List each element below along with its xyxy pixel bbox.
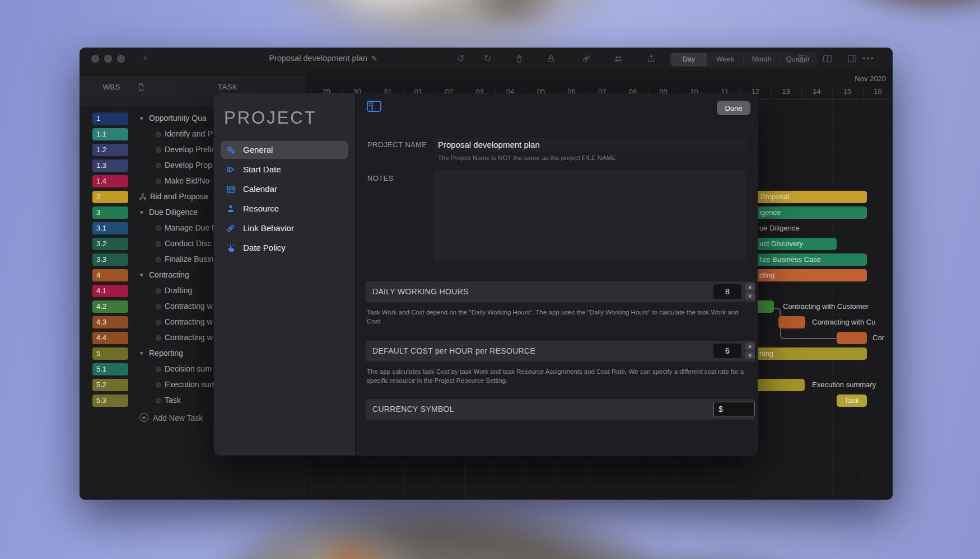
task-bullet-icon: [156, 131, 161, 137]
more-options-button[interactable]: •••: [862, 53, 875, 63]
default-cost-input[interactable]: 6: [713, 344, 741, 358]
task-name: Contracting w: [165, 302, 213, 311]
wbs-badge: 3.1: [92, 222, 128, 234]
view-mode-week[interactable]: Week: [707, 53, 744, 66]
view-mode-month[interactable]: Month: [744, 53, 780, 66]
link-icon: [226, 224, 235, 233]
wbs-badge: 4.3: [92, 316, 128, 328]
desktop: + Proposal development plan✎ ↺ ↻ DayWeek…: [0, 0, 980, 559]
plus-icon: +: [139, 413, 148, 422]
currency-symbol-input[interactable]: $: [713, 402, 755, 416]
task-name: Manage Due D: [165, 223, 217, 232]
wbs-badge: 5.2: [92, 379, 128, 391]
currency-symbol-row: CURRENCY SYMBOL $: [366, 399, 755, 420]
wbs-badge: 1.4: [92, 175, 128, 187]
view-mode-day[interactable]: Day: [671, 53, 707, 66]
dialog-nav-label: General: [243, 145, 273, 154]
dialog-nav-resource[interactable]: Resource: [221, 200, 348, 218]
task-name: Contracting w: [165, 317, 213, 326]
done-button[interactable]: Done: [717, 101, 750, 115]
timeline-day: 13: [780, 87, 792, 96]
task-name: Execution sum: [165, 380, 216, 389]
wbs-column-header[interactable]: WBS: [92, 83, 130, 91]
project-name-label: PROJECT NAME: [367, 140, 427, 149]
view-mode-switcher: DayWeekMonthQuarter: [670, 53, 816, 67]
timeline-day: 16: [872, 87, 884, 96]
daily-working-hours-input[interactable]: 8: [713, 284, 741, 299]
gantt-bar-label: Contracting with Cu: [812, 316, 875, 328]
task-bullet-icon: [156, 147, 161, 153]
minimize-button[interactable]: [104, 55, 112, 63]
panel-left-icon[interactable]: [798, 54, 808, 64]
timeline-tick: [832, 87, 833, 99]
gantt-bar[interactable]: [837, 332, 867, 344]
collapse-arrow-icon[interactable]: ▾: [140, 271, 143, 279]
daily-working-hours-label: DAILY WORKING HOURS: [372, 281, 469, 302]
stepper-down-icon[interactable]: ∨: [745, 292, 755, 300]
gantt-bar[interactable]: [778, 316, 805, 328]
zoom-button[interactable]: [117, 55, 125, 63]
wbs-badge: 1: [92, 112, 128, 125]
default-cost-row: DEFAULT COST per HOUR per RESOURCE 6 ∧ ∨: [366, 341, 755, 361]
dialog-nav-calendar[interactable]: Calendar: [221, 180, 348, 198]
dialog-nav-link-behavior[interactable]: Link Behavior: [221, 219, 348, 237]
timeline-month-label: Nov 2020: [855, 74, 886, 83]
collapse-arrow-icon[interactable]: ▾: [140, 350, 143, 357]
wbs-badge: 4.1: [92, 285, 128, 297]
stepper-down-icon[interactable]: ∨: [745, 351, 755, 359]
panel-right-icon[interactable]: [847, 54, 857, 64]
wbs-badge: 4: [92, 269, 128, 281]
delete-icon[interactable]: [514, 54, 524, 64]
wbs-badge: 1.2: [92, 144, 128, 156]
close-button[interactable]: [91, 55, 99, 63]
task-bullet-icon: [156, 163, 161, 168]
notes-column-header[interactable]: [132, 83, 150, 93]
dialog-nav-label: Start Date: [243, 165, 281, 174]
link-tasks-icon[interactable]: [581, 54, 591, 64]
stepper-up-icon[interactable]: ∧: [745, 342, 755, 350]
task-bullet-icon: [156, 398, 161, 403]
gantt-bar-label: Contracting with Customer: [783, 300, 869, 313]
project-name-field[interactable]: Proposal development plan: [433, 138, 747, 152]
task-name: Conduct Disc: [165, 239, 211, 248]
timeline-day: 14: [810, 87, 823, 96]
task-name: Identify and P: [165, 129, 213, 138]
timeline-tick: [771, 87, 772, 99]
share-icon[interactable]: [646, 54, 656, 64]
dialog-nav-general[interactable]: General: [221, 141, 348, 159]
task-column-header[interactable]: TASK: [150, 83, 305, 91]
wbs-badge: 5.1: [92, 363, 128, 375]
notes-field[interactable]: [433, 170, 747, 261]
lock-icon[interactable]: [546, 54, 556, 64]
task-bullet-icon: [156, 335, 161, 341]
edit-title-icon[interactable]: ✎: [371, 54, 377, 63]
task-name: Develop Prelin: [165, 145, 216, 154]
gantt-bar-label: Task: [837, 394, 867, 407]
currency-symbol-label: CURRENCY SYMBOL: [372, 399, 454, 420]
add-task-toolbar-button[interactable]: +: [142, 52, 148, 64]
collapse-arrow-icon[interactable]: ▾: [140, 115, 143, 122]
notes-label: NOTES: [367, 174, 394, 182]
stepper-up-icon[interactable]: ∧: [745, 283, 755, 291]
redo-icon[interactable]: ↻: [483, 54, 492, 64]
task-bullet-icon: [156, 241, 161, 247]
task-name: Develop Prop: [165, 161, 212, 170]
collapse-arrow-icon[interactable]: ▾: [140, 209, 143, 216]
task-name: Finalize Busin: [165, 255, 213, 264]
wbs-badge: 2: [92, 191, 128, 203]
task-link-connector: [781, 328, 837, 339]
panel-split-icon[interactable]: [823, 54, 832, 64]
dialog-nav-date-policy[interactable]: Date Policy: [221, 239, 348, 257]
gantt-bar-label: Execution summary: [812, 379, 876, 391]
wbs-badge: 1.1: [92, 128, 128, 140]
dialog-nav-start-date[interactable]: Start Date: [221, 161, 348, 178]
task-name: Make Bid/No-: [165, 176, 212, 185]
window-title: Proposal development plan✎: [242, 54, 404, 63]
wbs-badge: 5: [92, 347, 128, 360]
task-name: Due Diligence: [149, 208, 198, 217]
sidebar-toggle-icon[interactable]: [367, 101, 381, 112]
resources-icon[interactable]: [613, 54, 623, 64]
undo-icon[interactable]: ↺: [456, 54, 465, 64]
daily-working-hours-stepper: ∧ ∨: [745, 283, 755, 301]
add-new-task-label: Add New Task: [153, 414, 203, 422]
